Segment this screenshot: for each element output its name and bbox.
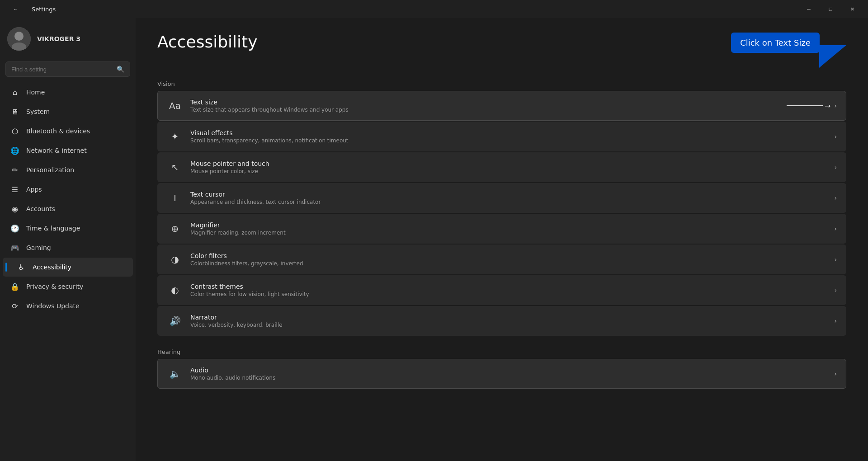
sidebar-item-time[interactable]: 🕐Time & language [3,219,133,238]
bluetooth-icon: ⬡ [10,126,20,136]
accessibility-icon: ♿ [16,262,26,272]
close-icon: ✕ [850,6,854,12]
sidebar-item-label-accessibility: Accessibility [33,263,126,271]
text-size-icon: Aa [167,98,183,114]
back-icon: ← [14,6,19,12]
nav: ⌂Home🖥System⬡Bluetooth & devices🌐Network… [0,82,136,316]
sidebar: VIKROGER 3 🔍 ⌂Home🖥System⬡Bluetooth & de… [0,18,136,461]
narrator-info: Narrator Voice, verbosity, keyboard, bra… [190,314,827,328]
page-header: Accessibility Click on Text Size [157,33,846,68]
sidebar-item-home[interactable]: ⌂Home [3,83,133,102]
text-cursor-arrow: › [834,194,837,202]
setting-row-audio[interactable]: 🔈 Audio Mono audio, audio notifications … [157,359,846,389]
sidebar-item-network[interactable]: 🌐Network & internet [3,141,133,160]
privacy-icon: 🔒 [10,282,20,292]
titlebar-controls: ─ □ ✕ [798,2,863,16]
magnifier-name: Magnifier [190,221,827,229]
arrow-head-icon: → [825,102,830,110]
sidebar-item-label-network: Network & internet [26,147,126,154]
search-input[interactable] [11,66,113,73]
search-box[interactable]: 🔍 [5,61,130,77]
chevron-right-icon: › [834,287,837,294]
color-filters-arrow: › [834,256,837,263]
audio-arrow: › [834,370,837,377]
time-icon: 🕐 [10,223,20,233]
maximize-button[interactable]: □ [820,2,841,16]
mouse-pointer-icon: ↖ [167,159,183,175]
sidebar-item-gaming[interactable]: 🎮Gaming [3,238,133,257]
chevron-right-icon: › [834,256,837,263]
mouse-pointer-info: Mouse pointer and touch Mouse pointer co… [190,160,827,174]
user-name: VIKROGER 3 [37,35,80,42]
search-icon: 🔍 [117,66,124,73]
setting-row-color-filters[interactable]: ◑ Color filters Colorblindness filters, … [157,245,846,274]
sidebar-item-label-accounts: Accounts [26,205,126,212]
sidebar-item-apps[interactable]: ☰Apps [3,180,133,199]
sidebar-item-accounts[interactable]: ◉Accounts [3,199,133,218]
mouse-pointer-arrow: › [834,164,837,171]
color-filters-desc: Colorblindness filters, grayscale, inver… [190,260,827,267]
maximize-icon: □ [829,6,832,12]
visual-effects-name: Visual effects [190,129,827,136]
text-size-desc: Text size that appears throughout Window… [190,107,779,113]
user-profile[interactable]: VIKROGER 3 [0,18,136,58]
sidebar-item-label-home: Home [26,89,126,96]
update-icon: ⟳ [10,301,20,311]
visual-effects-info: Visual effects Scroll bars, transparency… [190,129,827,144]
chevron-right-icon: › [834,133,837,140]
vision-label: Vision [157,80,846,87]
personalization-icon: ✏ [10,165,20,175]
close-button[interactable]: ✕ [842,2,863,16]
sidebar-item-privacy[interactable]: 🔒Privacy & security [3,277,133,296]
minimize-button[interactable]: ─ [798,2,819,16]
callout-arrow-icon [819,45,846,68]
back-button[interactable]: ← [5,2,26,16]
setting-row-magnifier[interactable]: ⊕ Magnifier Magnifier reading, zoom incr… [157,214,846,244]
hearing-label: Hearing [157,348,846,355]
minimize-icon: ─ [807,6,811,12]
gaming-icon: 🎮 [10,243,20,253]
network-icon: 🌐 [10,146,20,155]
titlebar-left: ← Settings [5,2,56,16]
setting-row-contrast-themes[interactable]: ◐ Contrast themes Color themes for low v… [157,275,846,305]
sidebar-item-system[interactable]: 🖥System [3,102,133,121]
contrast-themes-info: Contrast themes Color themes for low vis… [190,283,827,297]
arrow-line: → [787,102,830,110]
chevron-right-icon: › [834,370,837,377]
text-cursor-desc: Appearance and thickness, text cursor in… [190,199,827,205]
text-size-info: Text size Text size that appears through… [190,99,779,113]
setting-row-narrator[interactable]: 🔊 Narrator Voice, verbosity, keyboard, b… [157,306,846,336]
setting-row-text-cursor[interactable]: I Text cursor Appearance and thickness, … [157,183,846,213]
vision-list: Aa Text size Text size that appears thro… [157,91,846,336]
contrast-themes-name: Contrast themes [190,283,827,290]
setting-row-mouse-pointer[interactable]: ↖ Mouse pointer and touch Mouse pointer … [157,152,846,182]
visual-effects-desc: Scroll bars, transparency, animations, n… [190,137,827,144]
text-cursor-info: Text cursor Appearance and thickness, te… [190,191,827,205]
magnifier-icon: ⊕ [167,221,183,237]
apps-icon: ☰ [10,184,20,194]
setting-row-visual-effects[interactable]: ✦ Visual effects Scroll bars, transparen… [157,122,846,151]
magnifier-info: Magnifier Magnifier reading, zoom increm… [190,221,827,236]
color-filters-icon: ◑ [167,251,183,268]
sidebar-item-update[interactable]: ⟳Windows Update [3,296,133,315]
avatar [7,27,31,51]
audio-desc: Mono audio, audio notifications [190,375,827,381]
sidebar-item-accessibility[interactable]: ♿Accessibility [3,258,133,277]
sidebar-item-bluetooth[interactable]: ⬡Bluetooth & devices [3,122,133,141]
mouse-pointer-desc: Mouse pointer color, size [190,168,827,174]
contrast-themes-icon: ◐ [167,282,183,298]
chevron-right-icon: › [834,102,837,109]
text-cursor-name: Text cursor [190,191,827,198]
audio-info: Audio Mono audio, audio notifications [190,367,827,381]
setting-row-text-size[interactable]: Aa Text size Text size that appears thro… [157,91,846,121]
home-icon: ⌂ [10,87,20,97]
sidebar-item-label-bluetooth: Bluetooth & devices [26,127,126,135]
sidebar-item-personalization[interactable]: ✏Personalization [3,160,133,179]
color-filters-name: Color filters [190,252,827,259]
callout: Click on Text Size [731,33,846,68]
sidebar-item-label-update: Windows Update [26,302,126,310]
page-title: Accessibility [157,33,258,51]
text-size-name: Text size [190,99,779,106]
accounts-icon: ◉ [10,204,20,214]
titlebar-title: Settings [32,6,56,13]
